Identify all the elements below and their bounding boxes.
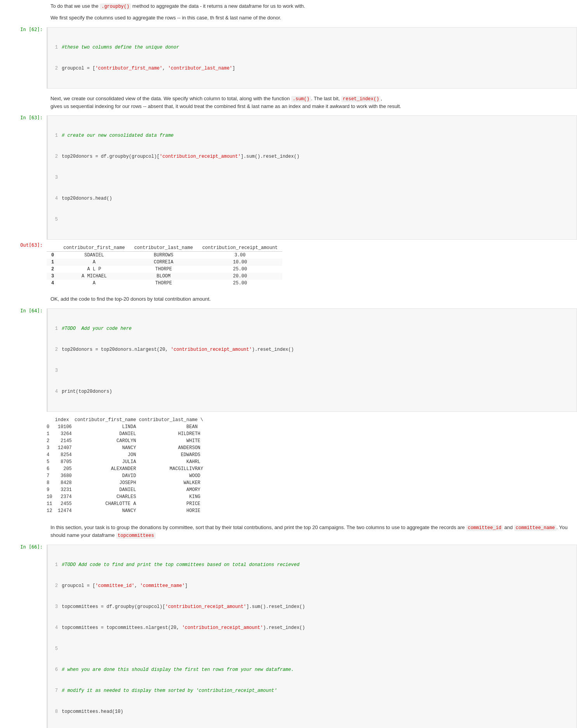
reset-index-inline-code: reset_index() <box>341 96 381 102</box>
out-64-label <box>0 414 47 517</box>
cell-63-label: In [63]: <box>0 115 47 240</box>
text-section-committees: In this section, your task is to group t… <box>0 521 577 541</box>
cell-64-label: In [64]: <box>0 308 47 413</box>
text-ok: OK, add the code to find the top-20 dono… <box>0 293 577 305</box>
intro-text-1: To do that we use the .groupby() method … <box>0 0 577 12</box>
out-64: index contributor_first_name contributor… <box>0 414 577 517</box>
committee-name-inline: committee_name <box>514 525 556 531</box>
cell-66: In [66]: 1#TODO Add code to find and pri… <box>0 544 577 728</box>
out63-th-amount: contribution_receipt_amount <box>198 244 282 252</box>
out-63-table: contributor_first_name contributor_last_… <box>47 244 282 287</box>
intro-text-2: We first specify the columns used to agg… <box>0 12 577 23</box>
groupby-inline-code: .groupby() <box>100 3 131 10</box>
out-63: Out[63]: contributor_first_name contribu… <box>0 242 577 289</box>
table-row: 2A L PTHORPE25.00 <box>47 266 282 273</box>
cell-62: In [62]: 1#these two columns define the … <box>0 26 577 89</box>
out63-th-firstname: contributor_first_name <box>59 244 129 252</box>
committee-id-inline: committee_id <box>466 525 503 531</box>
out-64-content: index contributor_first_name contributor… <box>47 414 577 517</box>
cell-63-code[interactable]: 1# create our new consolidated data fram… <box>47 115 577 240</box>
out-64-text: index contributor_first_name contributor… <box>47 415 577 516</box>
cell-64-code[interactable]: 1#TODO Add your code here 2top20donors =… <box>47 308 577 412</box>
cell-64: In [64]: 1#TODO Add your code here 2top2… <box>0 308 577 413</box>
table-row: 3A MICHAELBLOOM20.00 <box>47 273 282 280</box>
out-63-content: contributor_first_name contributor_last_… <box>47 242 577 289</box>
cell-62-label: In [62]: <box>0 26 47 89</box>
out63-th-lastname: contributor_last_name <box>130 244 198 252</box>
cell-66-code[interactable]: 1#TODO Add code to find and print the to… <box>47 545 577 728</box>
topcommittees-inline: topcommittees <box>116 533 156 539</box>
cell-62-code[interactable]: 1#these two columns define the unique do… <box>47 27 577 89</box>
text-before-63: Next, we create our consolidated view of… <box>0 92 577 112</box>
table-row: 0SDANIELBURROWS3.00 <box>47 252 282 259</box>
cell-64-content: 1#TODO Add your code here 2top20donors =… <box>47 308 577 413</box>
cell-62-content: 1#these two columns define the unique do… <box>47 26 577 89</box>
cell-66-content: 1#TODO Add code to find and print the to… <box>47 544 577 728</box>
sum-inline-code: .sum() <box>291 96 311 102</box>
table-row: 4ATHORPE25.00 <box>47 280 282 287</box>
cell-63-content: 1# create our new consolidated data fram… <box>47 115 577 240</box>
out-63-label: Out[63]: <box>0 242 47 289</box>
table-row: 1ACORREIA10.00 <box>47 259 282 266</box>
cell-63: In [63]: 1# create our new consolidated … <box>0 115 577 240</box>
cell-66-label: In [66]: <box>0 544 47 728</box>
notebook: To do that we use the .groupby() method … <box>0 0 577 728</box>
out63-th-idx <box>47 244 59 252</box>
